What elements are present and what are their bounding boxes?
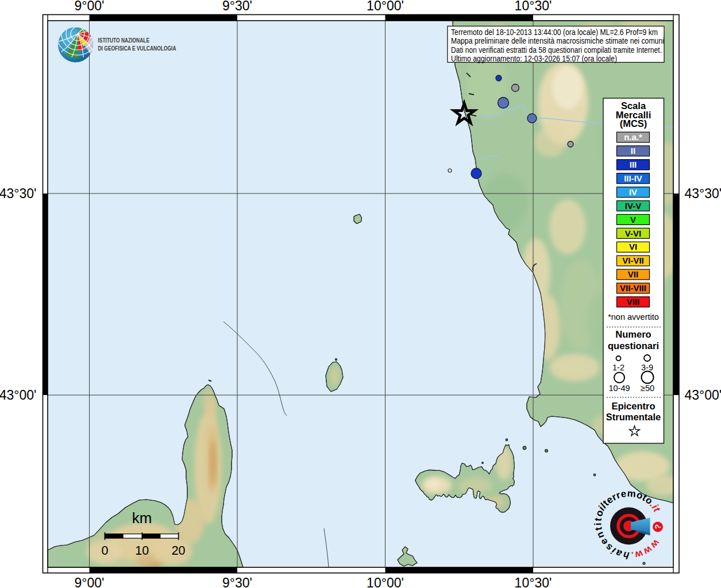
svg-text:V-VI: V-VI [625, 229, 641, 238]
svg-text:VI-VII: VI-VII [622, 256, 644, 265]
svg-text:9°00': 9°00' [75, 0, 105, 13]
svg-text:10°00': 10°00' [367, 0, 404, 13]
svg-text:1-2: 1-2 [612, 363, 624, 372]
svg-text:IV-V: IV-V [625, 201, 641, 211]
svg-text:9°30': 9°30' [222, 575, 252, 588]
svg-text:Strumentale: Strumentale [606, 412, 661, 422]
svg-text:Mappa preliminare delle intens: Mappa preliminare delle intensità macros… [451, 36, 664, 45]
svg-text:Dati non verificati estratti d: Dati non verificati estratti da 58 quest… [451, 45, 662, 55]
svg-text:IV: IV [629, 187, 637, 197]
svg-text:0: 0 [101, 544, 108, 558]
svg-text:VII-VIII: VII-VIII [620, 283, 646, 293]
svg-text:Terremoto del 18-10-2013 13:44: Terremoto del 18-10-2013 13:44:00 (ora l… [451, 28, 658, 37]
svg-text:43°00': 43°00' [685, 388, 721, 403]
svg-text:III: III [630, 160, 637, 169]
svg-text:9°30': 9°30' [222, 0, 252, 13]
svg-text:Numero: Numero [615, 329, 651, 339]
svg-text:III-IV: III-IV [624, 173, 642, 183]
svg-text:VII: VII [628, 269, 638, 279]
svg-text:10°30': 10°30' [515, 0, 552, 13]
svg-text:n.a.*: n.a.* [624, 132, 642, 142]
svg-text:9°00': 9°00' [75, 575, 105, 588]
svg-text:ISTITUTO NAZIONALE: ISTITUTO NAZIONALE [98, 37, 150, 44]
svg-text:10: 10 [135, 544, 149, 558]
svg-text:questionari: questionari [608, 341, 659, 351]
svg-text:10°30': 10°30' [515, 575, 552, 588]
svg-text:43°00': 43°00' [0, 388, 37, 403]
svg-text:*non avvertito: *non avvertito [608, 312, 659, 322]
svg-text:DI GEOFISICA E VULCANOLOGIA: DI GEOFISICA E VULCANOLOGIA [98, 45, 176, 52]
svg-text:10°00': 10°00' [367, 575, 404, 588]
svg-text:43°30': 43°30' [0, 186, 37, 201]
svg-text:20: 20 [172, 544, 186, 558]
svg-text:V: V [630, 215, 636, 225]
svg-text:II: II [631, 146, 635, 156]
svg-text:Ultimo aggiornamento: 12-03-20: Ultimo aggiornamento: 12-03-2026 15:07 (… [451, 54, 617, 63]
svg-text:km: km [132, 509, 152, 527]
svg-text:VI: VI [629, 242, 637, 252]
svg-text:Epicentro: Epicentro [611, 401, 655, 411]
svg-text:≥50: ≥50 [641, 384, 654, 393]
svg-text:VIII: VIII [627, 297, 640, 307]
svg-text:43°30': 43°30' [685, 186, 721, 201]
svg-text:10-49: 10-49 [608, 384, 630, 393]
svg-text:(MCS): (MCS) [620, 118, 647, 129]
